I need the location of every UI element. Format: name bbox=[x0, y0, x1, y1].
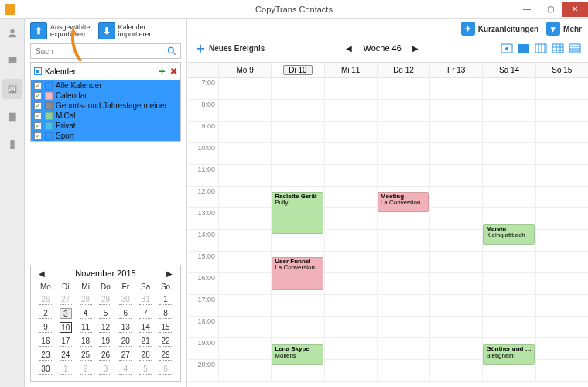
grid-cell[interactable] bbox=[218, 252, 271, 272]
view-month-button[interactable] bbox=[551, 42, 565, 54]
grid-cell[interactable] bbox=[482, 273, 535, 294]
grid-cell[interactable] bbox=[377, 317, 429, 337]
grid-cell[interactable] bbox=[429, 273, 482, 294]
mini-day[interactable]: 7 bbox=[135, 307, 156, 320]
grid-cell[interactable] bbox=[429, 208, 482, 229]
mini-day[interactable]: 25 bbox=[76, 348, 96, 362]
day-header[interactable]: Do 12 bbox=[377, 63, 429, 77]
grid-cell[interactable] bbox=[377, 252, 429, 272]
day-header[interactable]: Mo 9 bbox=[218, 63, 271, 77]
grid-cell[interactable] bbox=[218, 100, 271, 121]
mini-day[interactable]: 13 bbox=[115, 320, 135, 334]
grid-cell[interactable] bbox=[324, 295, 377, 316]
grid-cell[interactable] bbox=[535, 317, 588, 337]
rail-contacts[interactable] bbox=[2, 23, 22, 43]
grid-cell[interactable] bbox=[377, 230, 429, 251]
calendar-event[interactable]: Günther und …Bietigheim bbox=[483, 344, 534, 365]
mini-day[interactable]: 19 bbox=[96, 334, 116, 348]
add-calendar-button[interactable]: ＋ bbox=[157, 64, 167, 78]
rail-device[interactable] bbox=[2, 135, 22, 155]
delete-calendar-button[interactable]: ✖ bbox=[170, 67, 177, 77]
grid-cell[interactable] bbox=[377, 143, 429, 164]
grid-cell[interactable] bbox=[535, 295, 588, 316]
grid-cell[interactable] bbox=[377, 273, 429, 294]
mini-day[interactable]: 16 bbox=[36, 334, 56, 348]
grid-cell[interactable] bbox=[324, 100, 377, 121]
day-header[interactable]: Sa 14 bbox=[482, 63, 535, 77]
calendar-event[interactable]: MeetingLa Conversion bbox=[378, 192, 429, 212]
mini-day[interactable]: 22 bbox=[156, 334, 176, 348]
grid-cell[interactable] bbox=[324, 208, 377, 229]
search-input[interactable] bbox=[34, 46, 166, 57]
grid-cell[interactable] bbox=[482, 295, 535, 316]
mini-day[interactable]: 27 bbox=[56, 293, 76, 307]
grid-cell[interactable] bbox=[324, 143, 377, 164]
grid-cell[interactable] bbox=[271, 78, 323, 99]
master-checkbox-icon[interactable] bbox=[34, 67, 42, 75]
mini-day[interactable]: 2 bbox=[76, 362, 96, 376]
mini-day[interactable]: 4 bbox=[115, 362, 135, 376]
mini-day[interactable]: 1 bbox=[156, 293, 176, 307]
view-today-button[interactable] bbox=[500, 42, 514, 54]
mini-day[interactable]: 5 bbox=[96, 307, 116, 320]
checkbox-icon[interactable]: ✓ bbox=[34, 122, 42, 130]
grid-cell[interactable] bbox=[482, 187, 535, 207]
grid-cell[interactable] bbox=[218, 187, 271, 207]
prev-week-button[interactable]: ◀ bbox=[346, 44, 352, 53]
mini-day[interactable]: 10 bbox=[56, 320, 76, 334]
grid-cell[interactable] bbox=[429, 360, 482, 381]
day-header[interactable]: Mi 11 bbox=[324, 63, 377, 77]
grid-cell[interactable] bbox=[535, 273, 588, 294]
grid-cell[interactable] bbox=[218, 230, 271, 251]
mini-day[interactable]: 24 bbox=[56, 348, 76, 362]
calendar-event[interactable]: User FunnelLa Conversion bbox=[272, 257, 323, 290]
mini-day[interactable]: 3 bbox=[56, 307, 76, 320]
mini-day[interactable]: 15 bbox=[156, 320, 176, 334]
grid-cell[interactable] bbox=[535, 143, 588, 164]
grid-cell[interactable] bbox=[535, 122, 588, 142]
grid-cell[interactable] bbox=[218, 317, 271, 337]
mini-day[interactable]: 4 bbox=[76, 307, 96, 320]
grid-cell[interactable] bbox=[324, 230, 377, 251]
mini-day[interactable]: 11 bbox=[76, 320, 96, 334]
grid-cell[interactable] bbox=[271, 165, 323, 186]
calendar-event[interactable]: Lena SkypeMollens bbox=[272, 344, 323, 365]
day-header[interactable]: Di 10 bbox=[271, 63, 323, 77]
view-week-button[interactable] bbox=[534, 42, 548, 54]
mini-day[interactable]: 21 bbox=[135, 334, 156, 348]
mini-day[interactable]: 26 bbox=[36, 293, 56, 307]
calendar-event[interactable]: Raclette GerätPully bbox=[272, 192, 323, 234]
checkbox-icon[interactable]: ✓ bbox=[34, 102, 42, 110]
grid-cell[interactable] bbox=[429, 295, 482, 316]
grid-cell[interactable] bbox=[535, 187, 588, 207]
new-event-button[interactable]: ＋ Neues Ereignis bbox=[193, 39, 265, 57]
grid-cell[interactable] bbox=[429, 78, 482, 99]
grid-cell[interactable] bbox=[324, 317, 377, 337]
grid-cell[interactable] bbox=[535, 230, 588, 251]
rail-notes[interactable] bbox=[2, 107, 22, 127]
mini-day[interactable]: 30 bbox=[115, 293, 135, 307]
mini-day[interactable]: 31 bbox=[135, 293, 156, 307]
grid-cell[interactable] bbox=[535, 360, 588, 381]
calendar-item[interactable]: ✓Calendar bbox=[31, 91, 180, 101]
grid-cell[interactable] bbox=[324, 165, 377, 186]
checkbox-icon[interactable]: ✓ bbox=[34, 132, 42, 140]
grid-cell[interactable] bbox=[482, 122, 535, 142]
mini-day[interactable]: 9 bbox=[36, 320, 56, 334]
grid-cell[interactable] bbox=[377, 295, 429, 316]
prev-month-button[interactable]: ◀ bbox=[36, 269, 48, 278]
grid-cell[interactable] bbox=[429, 252, 482, 272]
grid-cell[interactable] bbox=[377, 165, 429, 186]
grid-cell[interactable] bbox=[324, 187, 377, 207]
grid-cell[interactable] bbox=[377, 100, 429, 121]
mini-day[interactable]: 17 bbox=[56, 334, 76, 348]
mini-day[interactable]: 28 bbox=[76, 293, 96, 307]
grid-cell[interactable] bbox=[218, 338, 271, 359]
grid-cell[interactable] bbox=[324, 122, 377, 142]
calendar-item[interactable]: ✓Geburts- und Jahrestage meiner Konta… bbox=[31, 101, 180, 111]
mini-day[interactable]: 26 bbox=[96, 348, 116, 362]
grid-cell[interactable] bbox=[324, 360, 377, 381]
grid-cell[interactable] bbox=[271, 100, 323, 121]
grid-cell[interactable] bbox=[482, 78, 535, 99]
grid-cell[interactable] bbox=[271, 122, 323, 142]
